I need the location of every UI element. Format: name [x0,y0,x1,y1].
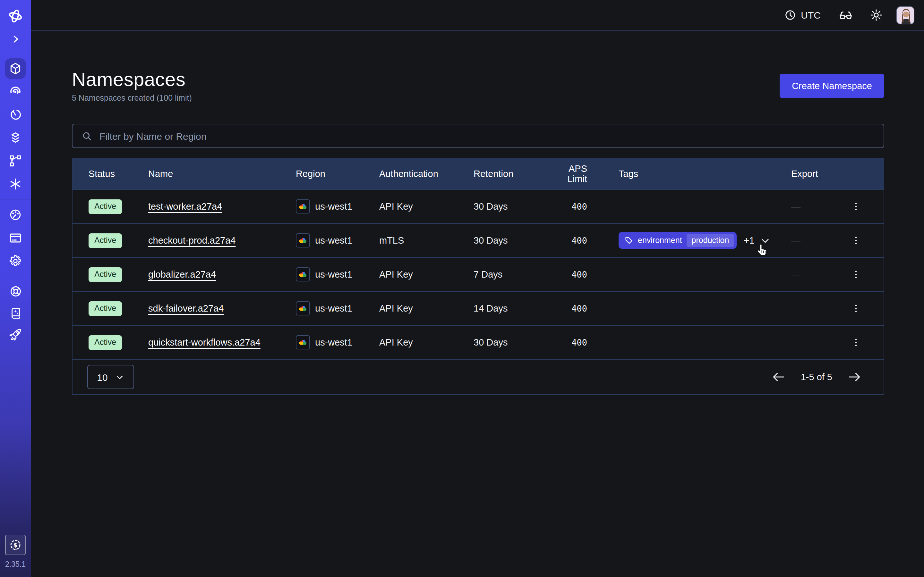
namespace-link[interactable]: test-worker.a27a4 [148,201,222,211]
timezone-label: UTC [801,10,821,21]
auth-cell: mTLS [379,235,473,245]
getting-started-rocket-icon [5,324,26,345]
page-range-label: 1-5 of 5 [801,372,832,382]
retention-cell: 30 Days [473,235,547,245]
row-menu-button[interactable] [847,300,865,318]
region-cell: us-west1 [296,335,379,350]
sidebar-item-getting-started[interactable] [0,324,31,346]
chevron-down-icon [115,372,124,382]
search-icon [81,131,92,141]
next-page-button[interactable] [848,372,861,382]
sidebar-divider [0,199,31,199]
sidebar-nav-account [0,203,31,272]
namespace-row: Active quickstart-workflows.a27a4 us-wes… [73,325,884,359]
sidebar-expand-button[interactable] [10,34,21,44]
namespace-row: Active checkout-prod.a27a4 us-west1 mTLS… [73,223,884,257]
region-label: us-west1 [315,269,352,279]
column-header-export: Export [791,169,855,179]
sidebar-item-schedules[interactable] [0,103,31,126]
deployments-stack-icon [5,127,26,148]
kebab-icon [851,201,861,211]
retention-cell: 7 Days [473,269,547,279]
sidebar-item-batch-operations[interactable] [0,149,31,172]
row-menu-button[interactable] [847,334,865,351]
region-cell: us-west1 [296,268,379,282]
arrow-left-icon [772,372,785,382]
namespace-row: Active globalizer.a27a4 us-west1 API Key… [73,257,884,291]
sidebar-item-namespaces[interactable] [0,57,31,80]
accessibility-button[interactable] [838,7,853,23]
sidebar-item-usage[interactable] [0,203,31,226]
dollar-seal-icon: $ [8,538,23,552]
timezone-selector[interactable]: UTC [784,9,821,21]
column-header-name: Name [148,169,296,179]
export-cell: — [791,337,855,348]
kebab-icon [851,337,861,348]
status-badge: Active [89,301,122,316]
row-menu-button[interactable] [847,266,865,284]
sidebar-item-settings[interactable] [0,250,31,272]
credits-button[interactable]: $ [5,535,26,555]
export-cell: — [791,201,855,211]
clock-icon [784,9,796,21]
sidebar-item-support[interactable] [0,280,31,302]
page-header: Namespaces 5 Namespaces created (100 lim… [72,68,884,103]
status-badge: Active [89,233,122,248]
temporal-logo [7,8,24,24]
export-cell: — [791,303,855,314]
page-title: Namespaces [72,68,192,91]
tag-value: production [687,234,734,247]
auth-cell: API Key [379,269,473,279]
workflows-spiral-icon [5,81,26,102]
sidebar-item-deployments[interactable] [0,126,31,149]
app-version: 2.35.1 [5,560,26,568]
auth-cell: API Key [379,303,473,314]
aps-limit-cell: 400 [572,303,587,314]
batch-branch-icon [5,151,26,171]
theme-toggle-button[interactable] [869,8,883,22]
export-cell: — [791,235,855,245]
gcp-cloud-icon [296,199,310,213]
sidebar-item-nexus[interactable] [0,172,31,195]
page-size-select[interactable]: 10 [87,365,134,389]
tags-cell: environment production +1 [619,232,791,249]
sidebar-item-billing[interactable] [0,226,31,250]
aps-limit-cell: 400 [572,337,587,348]
gcp-cloud-icon [296,301,310,316]
sidebar-item-workflows[interactable] [0,80,31,103]
schedules-timer-icon [5,105,26,125]
create-namespace-button[interactable]: Create Namespace [780,73,884,98]
namespace-link[interactable]: globalizer.a27a4 [148,269,216,279]
gcp-cloud-icon [296,335,310,350]
arrow-right-icon [848,372,861,382]
filter-bar [72,124,884,148]
namespace-link[interactable]: sdk-failover.a27a4 [148,303,224,314]
row-menu-button[interactable] [847,231,865,250]
auth-cell: API Key [379,201,473,211]
region-label: us-west1 [315,235,352,245]
nexus-asterisk-icon [5,174,26,194]
status-badge: Active [89,199,122,214]
user-avatar[interactable] [897,6,914,24]
row-menu-button[interactable] [847,197,865,215]
svg-text:$: $ [13,542,18,548]
sidebar-nav-primary [0,57,31,195]
status-badge: Active [89,335,122,350]
tags-expand-button[interactable] [759,235,771,246]
tags-more-count: +1 [744,235,754,245]
aps-limit-cell: 400 [572,201,587,211]
previous-page-button[interactable] [772,372,785,382]
pagination-bar: 10 1-5 of 5 [73,359,884,394]
namespace-link[interactable]: checkout-prod.a27a4 [148,235,236,245]
glasses-icon [838,7,853,23]
tag-badge[interactable]: environment production [619,232,737,249]
column-header-aps: APS Limit [547,163,619,184]
region-cell: us-west1 [296,199,379,213]
kebab-icon [851,269,861,279]
column-header-tags: Tags [619,169,791,179]
sidebar-item-docs[interactable] [0,302,31,324]
status-badge: Active [89,267,122,282]
gcp-cloud-icon [296,234,310,247]
filter-input[interactable] [98,130,876,142]
namespace-link[interactable]: quickstart-workflows.a27a4 [148,337,260,348]
